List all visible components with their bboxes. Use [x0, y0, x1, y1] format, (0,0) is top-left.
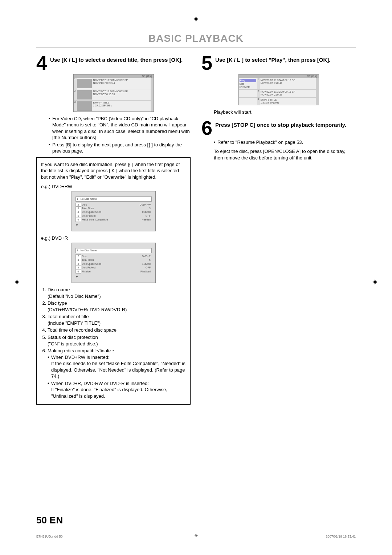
page-footer: 50 EN: [36, 515, 63, 526]
disc-info-osd-r: 1No Disc Name 2DiscDVD+R3Total Titles54D…: [72, 243, 156, 283]
disc-info-box: If you want to see disc information, pre…: [36, 157, 191, 405]
step-4-number: 4: [36, 54, 47, 72]
disc-info-row: 5Disc ProtectOFF: [75, 266, 151, 270]
column-left: 4 Use [K / L] to select a desired title,…: [36, 54, 191, 405]
legend-item: Making edits compatible/finalizeWhen DVD…: [48, 348, 186, 399]
disc-info-row: 4Disc Space Used1:30:48: [75, 262, 151, 266]
disc-info-osd-rw: 1No Disc Name 2DiscDVD+RW3Total Titles34…: [72, 191, 156, 231]
step-6-bullets: Refer to "Resume Playback" on page 53.: [214, 139, 356, 146]
osd-title-row: 1NOV/21/07 11:30AM CH12 SPNOV/21/07 0:20…: [74, 78, 154, 89]
step-6: 6 Press [STOP C] once to stop playback t…: [201, 119, 356, 137]
step-5-osd: SP (2Hr) PlayEditOverwrite1NOV/21/07 11:…: [201, 74, 356, 106]
page-number: 50: [36, 515, 47, 526]
step-6-bullet: Refer to "Resume Playback" on page 53.: [214, 139, 356, 146]
two-columns: 4 Use [K / L] to select a desired title,…: [36, 54, 356, 405]
legend-item: Status of disc protection("ON" is protec…: [48, 334, 186, 347]
osd-play-menu: SP (2Hr) PlayEditOverwrite1NOV/21/07 11:…: [238, 74, 319, 106]
disc-info-row: 6Make Edits CompatibleNeeded: [75, 218, 151, 222]
step-4: 4 Use [K / L] to select a desired title,…: [36, 54, 191, 72]
disc-info-row: 3Total Titles5: [75, 258, 151, 262]
crop-mark-top: ◈: [193, 15, 199, 23]
legend-sub-item: When DVD+RW is inserted:If the disc need…: [51, 354, 186, 380]
disc-info-legend: Disc name(Default "No Disc Name")Disc ty…: [41, 287, 186, 399]
crop-mark-bottom: ◈: [195, 532, 198, 538]
osd-title-row: 3EMPTY TITLE1:37:52 SP(2Hr): [239, 97, 319, 105]
title-rule: [36, 47, 356, 48]
legend-item: Total time of recorded disc space: [48, 327, 186, 333]
bullet-item: Press [B] to display the next page, and …: [49, 142, 191, 154]
example-2-label: e.g.) DVD+R: [41, 235, 186, 242]
legend-item: Disc name(Default "No Disc Name"): [48, 287, 186, 299]
print-timestamp: 2007/02/19 18:23:41: [326, 535, 356, 538]
osd-title-row: PlayEditOverwrite1NOV/21/07 11:30AM CH12…: [239, 78, 319, 89]
disc-info-intro: If you want to see disc information, pre…: [41, 161, 186, 181]
step-5-after: Playback will start.: [214, 109, 356, 116]
disc-info-row: 4Disc Space Used0:30:48: [75, 210, 151, 214]
page-title: BASIC PLAYBACK: [36, 33, 356, 44]
page-lang: EN: [49, 515, 63, 526]
example-1-label: e.g.) DVD+RW: [41, 183, 186, 190]
step-5-heading: Use [K / L ] to select "Play", then pres…: [215, 54, 330, 64]
page: ◈ ◈ ◈ BASIC PLAYBACK 4 Use [K / L] to se…: [0, 0, 392, 555]
legend-sub-item: When DVD+R, DVD-RW or DVD-R is inserted:…: [51, 380, 186, 400]
step-5: 5 Use [K / L ] to select "Play", then pr…: [201, 54, 356, 72]
disc-info-row: 5Disc ProtectOFF: [75, 214, 151, 218]
column-right: 5 Use [K / L ] to select "Play", then pr…: [201, 54, 356, 405]
crop-mark-left: ◈: [15, 278, 20, 285]
osd-title-row: 3EMPTY TITLE1:37:52 SP(2Hr): [74, 100, 154, 112]
step-4-bullets: For Video CD, when "PBC (Video CD only)"…: [49, 116, 191, 154]
step-6-heading: Press [STOP C] once to stop playback tem…: [215, 119, 346, 129]
step-5-number: 5: [201, 54, 212, 72]
legend-item: Disc type(DVD+RW/DVD+R/ DVD-RW/DVD-R): [48, 300, 186, 313]
disc-info-row: 2DiscDVD+R: [75, 254, 151, 258]
print-metadata: E7H51UD.indd 50 ◈ 2007/02/19 18:23:41: [36, 533, 356, 538]
crop-mark-right: ◈: [372, 278, 377, 285]
bullet-item: For Video CD, when "PBC (Video CD only)"…: [49, 116, 191, 141]
disc-info-row: 2DiscDVD+RW: [75, 203, 151, 206]
step-4-heading: Use [K / L] to select a desired title, t…: [50, 54, 183, 64]
step-4-osd: SP (2Hr) 1NOV/21/07 11:30AM CH12 SPNOV/2…: [36, 74, 191, 112]
osd-title-list: SP (2Hr) 1NOV/21/07 11:30AM CH12 SPNOV/2…: [73, 74, 154, 112]
osd-title-row: 2NOV/22/07 11:30AM CH13 EPNOV/22/07 0:10…: [239, 89, 319, 97]
step-6-body: To eject the disc, press [OPEN/CLOSE A] …: [214, 148, 356, 161]
legend-item: Total number of title(include "EMPTY TIT…: [48, 313, 186, 326]
step-6-number: 6: [201, 119, 212, 137]
disc-info-row: 3Total Titles3: [75, 206, 151, 210]
osd-title-row: 2NOV/22/07 11:30AM CH13 EPNOV/22/07 0:10…: [74, 89, 154, 100]
disc-info-row: 6FinalizeFinalized: [75, 270, 151, 273]
print-file: E7H51UD.indd 50: [36, 535, 63, 538]
